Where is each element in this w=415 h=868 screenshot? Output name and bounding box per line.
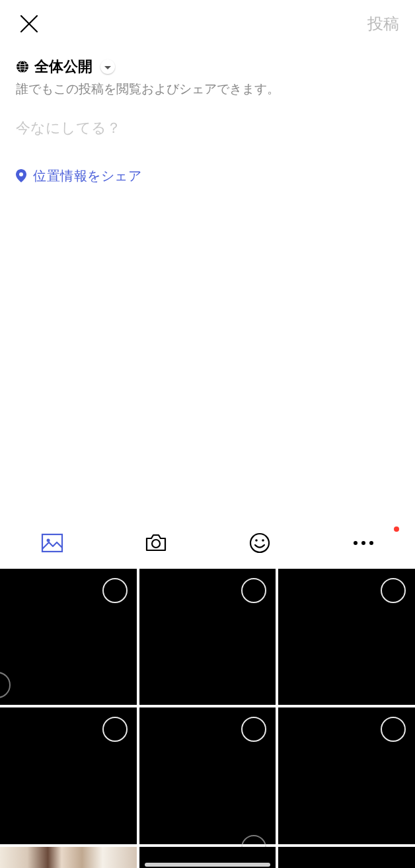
home-indicator[interactable] <box>145 863 270 867</box>
svg-point-5 <box>19 172 23 176</box>
camera-tab[interactable] <box>104 532 208 554</box>
select-circle-icon[interactable] <box>102 717 128 742</box>
photo-thumbnail[interactable] <box>139 707 276 844</box>
more-tab[interactable] <box>311 532 415 554</box>
compose-input[interactable]: 今なにしてる？ <box>0 98 415 138</box>
close-button[interactable] <box>19 13 40 34</box>
photo-thumbnail[interactable] <box>0 569 137 705</box>
post-button[interactable]: 投稿 <box>367 13 399 34</box>
location-pin-icon <box>16 169 26 182</box>
svg-point-12 <box>354 541 358 545</box>
privacy-description: 誰でもこの投稿を閲覧およびシェアできます。 <box>0 77 415 98</box>
content-spacer <box>0 185 415 520</box>
photo-thumbnail[interactable] <box>139 569 276 705</box>
photo-gallery-grid <box>0 569 415 868</box>
smile-icon <box>248 532 271 554</box>
select-circle-icon[interactable] <box>381 578 406 603</box>
privacy-label: 全体公開 <box>34 57 93 77</box>
svg-point-10 <box>255 539 258 542</box>
svg-point-14 <box>369 541 373 545</box>
close-icon <box>19 25 40 36</box>
share-location-label: 位置情報をシェア <box>33 167 141 185</box>
gallery-tab[interactable] <box>0 532 104 554</box>
svg-point-11 <box>262 539 264 542</box>
select-circle-icon[interactable] <box>381 717 406 742</box>
svg-point-8 <box>152 540 160 548</box>
globe-icon <box>16 60 29 73</box>
share-location-button[interactable]: 位置情報をシェア <box>0 138 415 185</box>
svg-point-9 <box>250 534 269 552</box>
notification-dot <box>394 526 399 532</box>
photo-thumbnail[interactable] <box>278 707 415 844</box>
compose-toolbar <box>0 520 415 569</box>
privacy-selector[interactable]: 全体公開 <box>0 48 415 77</box>
emoji-tab[interactable] <box>208 532 311 554</box>
select-circle-icon[interactable] <box>102 578 128 603</box>
privacy-dropdown-button[interactable] <box>100 59 115 74</box>
header-bar: 投稿 <box>0 0 415 48</box>
select-circle-icon[interactable] <box>241 578 266 603</box>
photo-thumbnail[interactable] <box>278 569 415 705</box>
image-icon <box>41 532 63 554</box>
select-circle-icon[interactable] <box>241 717 266 742</box>
photo-thumbnail[interactable] <box>278 847 415 868</box>
chevron-down-icon <box>104 61 111 73</box>
svg-rect-6 <box>42 534 62 552</box>
camera-icon <box>145 532 167 554</box>
photo-thumbnail[interactable] <box>0 847 137 868</box>
partial-circle-icon <box>0 672 11 698</box>
svg-point-13 <box>361 541 365 545</box>
photo-thumbnail[interactable] <box>0 707 137 844</box>
more-icon <box>352 532 375 554</box>
compose-placeholder: 今なにしてる？ <box>16 120 121 136</box>
svg-point-7 <box>46 538 50 542</box>
